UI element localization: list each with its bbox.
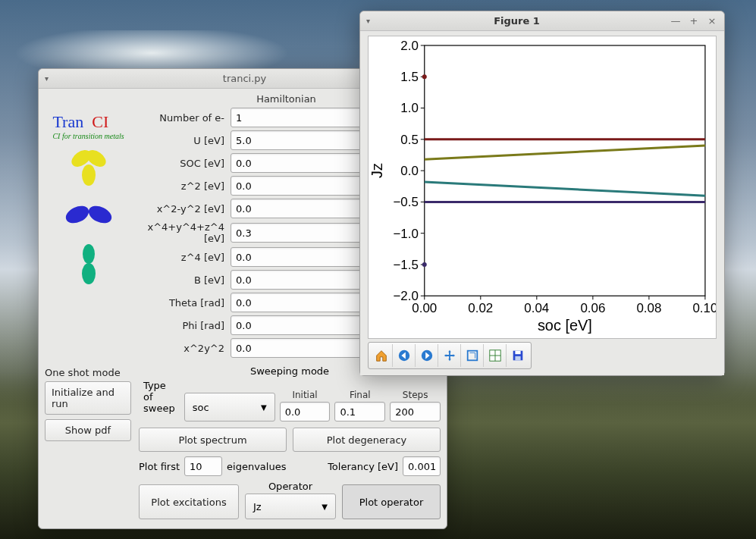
operator-select[interactable]: Jz ▼ (245, 494, 336, 519)
svg-rect-49 (515, 351, 520, 355)
type-of-sweep-label: Type of sweep (139, 380, 180, 421)
type-of-sweep-select[interactable]: soc ▼ (184, 393, 275, 421)
chevron-down-icon: ▼ (261, 403, 267, 412)
zoom-icon[interactable] (461, 344, 484, 367)
plot-first-label-post: eigenvalues (227, 461, 286, 472)
minimize-icon[interactable]: — (670, 15, 682, 27)
ham-field-label: x^4+y^4+z^4 [eV] (132, 221, 231, 244)
window-menu-icon[interactable]: ▾ (366, 17, 370, 25)
orbital-yellow-icon (62, 143, 115, 189)
svg-rect-50 (515, 356, 520, 360)
ham-field-label: Phi [rad] (132, 320, 231, 331)
plot-canvas: −2.0−1.5−1.0−0.50.00.51.01.52.00.000.020… (368, 36, 717, 339)
show-pdf-button[interactable]: Show pdf (45, 419, 131, 441)
initial-label: Initial (292, 390, 317, 400)
ham-field-label: Theta [rad] (132, 297, 231, 309)
initial-input[interactable] (280, 402, 331, 421)
tolerancy-input[interactable] (403, 456, 441, 476)
svg-text:0.00: 0.00 (412, 301, 437, 315)
svg-text:soc [eV]: soc [eV] (538, 317, 592, 334)
steps-input[interactable] (390, 402, 441, 421)
svg-text:0.02: 0.02 (468, 301, 493, 315)
svg-text:0.08: 0.08 (636, 301, 661, 315)
back-icon[interactable] (393, 344, 416, 367)
svg-point-6 (82, 263, 96, 284)
svg-point-41 (422, 262, 427, 267)
final-label: Final (350, 390, 371, 400)
one-shot-heading: One shot mode (45, 367, 131, 378)
svg-point-40 (422, 74, 427, 79)
chevron-down-icon: ▼ (322, 503, 328, 511)
logo-column: Tran CI CI for transition metals (45, 93, 132, 361)
figure-title: Figure 1 (494, 15, 540, 27)
svg-rect-44 (467, 351, 477, 361)
sweeping-panel: Sweeping mode Type of sweep soc ▼ Initia… (139, 365, 441, 519)
ham-field-label: B [eV] (132, 274, 231, 286)
svg-text:0.06: 0.06 (580, 301, 605, 315)
svg-text:−1.0: −1.0 (393, 227, 418, 241)
final-input[interactable] (334, 402, 385, 421)
ham-field-label: x^2y^2 (132, 343, 231, 354)
svg-text:0.5: 0.5 (400, 133, 419, 147)
svg-text:Jz: Jz (369, 163, 385, 178)
svg-point-2 (82, 165, 96, 186)
figure-window: ▾ Figure 1 — + × −2.0−1.5−1.0−0.50.00.51… (359, 11, 725, 376)
svg-point-4 (86, 202, 114, 227)
initialize-run-button[interactable]: Initialize and run (45, 381, 131, 415)
forward-icon[interactable] (416, 344, 438, 367)
plot-operator-button[interactable]: Plot operator (342, 484, 441, 519)
ham-field-label: x^2-y^2 [eV] (132, 203, 231, 215)
plot-first-label-pre: Plot first (139, 461, 180, 472)
home-icon[interactable] (370, 344, 393, 367)
ham-field-label: U [eV] (132, 135, 231, 146)
svg-text:1.5: 1.5 (400, 70, 419, 84)
orbital-green-icon (62, 240, 115, 286)
maximize-icon[interactable]: + (688, 15, 700, 27)
plot-first-input[interactable] (184, 456, 222, 476)
svg-text:−0.5: −0.5 (393, 195, 418, 209)
svg-text:2.0: 2.0 (400, 39, 419, 53)
ham-field-label: SOC [eV] (132, 158, 231, 169)
plot-degeneracy-button[interactable]: Plot degeneracy (293, 428, 441, 452)
matplotlib-toolbar (368, 342, 532, 369)
svg-text:1.0: 1.0 (400, 101, 419, 115)
operator-label: Operator (268, 481, 312, 492)
subplots-icon[interactable] (484, 344, 507, 367)
svg-point-5 (83, 244, 95, 264)
plot-excitations-button[interactable]: Plot excitations (139, 484, 239, 519)
plot-spectrum-button[interactable]: Plot spectrum (139, 428, 287, 452)
tolerancy-label: Tolerancy [eV] (328, 461, 398, 472)
steps-label: Steps (403, 390, 428, 400)
svg-point-3 (63, 202, 91, 227)
svg-text:0.10: 0.10 (692, 301, 716, 315)
save-icon[interactable] (507, 344, 529, 367)
ham-field-label: z^2 [eV] (132, 180, 231, 192)
ham-field-label: Number of e- (132, 112, 231, 124)
svg-text:0.04: 0.04 (524, 301, 549, 315)
close-icon[interactable]: × (706, 15, 718, 27)
svg-text:0.0: 0.0 (400, 164, 419, 178)
window-menu-icon[interactable]: ▾ (45, 74, 49, 83)
svg-text:−1.5: −1.5 (393, 258, 418, 272)
pan-icon[interactable] (438, 344, 461, 367)
figure-titlebar[interactable]: ▾ Figure 1 — + × (360, 11, 724, 31)
svg-rect-7 (425, 45, 705, 296)
one-shot-panel: One shot mode Initialize and run Show pd… (45, 365, 131, 519)
orbital-blue-icon (62, 192, 115, 237)
ham-field-label: z^4 [eV] (132, 252, 231, 263)
logo: Tran CI CI for transition metals (52, 112, 124, 140)
window-title: tranci.py (223, 73, 266, 84)
